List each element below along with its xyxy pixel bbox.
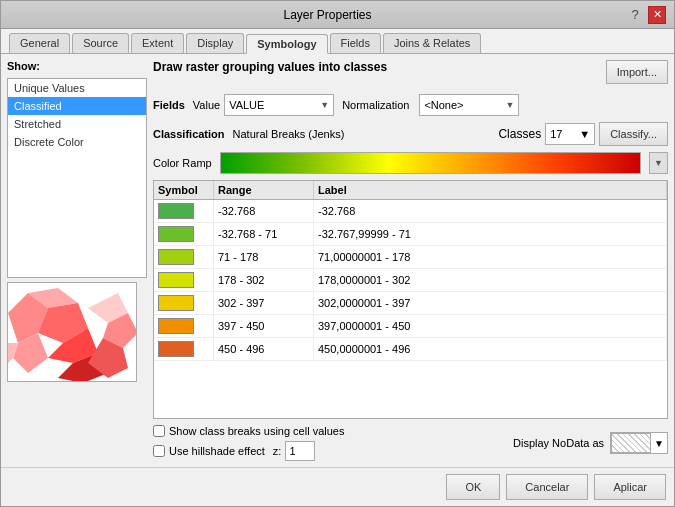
tab-joins-relates[interactable]: Joins & Relates xyxy=(383,33,481,53)
bottom-options: Show class breaks using cell values Use … xyxy=(153,425,668,461)
range-cell: 397 - 450 xyxy=(214,315,314,337)
tabs-row: General Source Extent Display Symbology … xyxy=(1,29,674,54)
norm-label: Normalization xyxy=(342,99,409,111)
show-list: Unique Values Classified Stretched Discr… xyxy=(7,78,147,278)
show-item-unique-values[interactable]: Unique Values xyxy=(8,79,146,97)
help-button[interactable]: ? xyxy=(626,6,644,24)
tab-extent[interactable]: Extent xyxy=(131,33,184,53)
label-cell: 302,0000001 - 397 xyxy=(314,292,667,314)
ok-button[interactable]: OK xyxy=(446,474,500,500)
value-combo[interactable]: VALUE ▼ xyxy=(224,94,334,116)
preview-image xyxy=(7,282,137,382)
tab-source[interactable]: Source xyxy=(72,33,129,53)
norm-combo[interactable]: <None> ▼ xyxy=(419,94,519,116)
color-swatch xyxy=(158,272,194,288)
nodata-combo[interactable]: ▼ xyxy=(610,432,668,454)
classes-label: Classes xyxy=(498,127,541,141)
norm-field-item: Normalization <None> ▼ xyxy=(342,94,519,116)
tab-symbology[interactable]: Symbology xyxy=(246,34,327,54)
color-swatch xyxy=(158,226,194,242)
hillshade-row: Use hillshade effect z: xyxy=(153,441,344,461)
classes-combo[interactable]: 17 ▼ xyxy=(545,123,595,145)
table-row[interactable]: 71 - 178 71,00000001 - 178 xyxy=(154,246,667,269)
color-swatch xyxy=(158,318,194,334)
show-breaks-checkbox[interactable] xyxy=(153,425,165,437)
z-row: z: xyxy=(273,441,316,461)
table-row[interactable]: 178 - 302 178,0000001 - 302 xyxy=(154,269,667,292)
close-button[interactable]: ✕ xyxy=(648,6,666,24)
symbol-cell xyxy=(154,338,214,360)
classification-method: Natural Breaks (Jenks) xyxy=(233,128,345,140)
classes-row: Classes 17 ▼ Classify... xyxy=(498,122,668,146)
hillshade-checkbox[interactable] xyxy=(153,445,165,457)
value-field-item: Value VALUE ▼ xyxy=(193,94,334,116)
tab-general[interactable]: General xyxy=(9,33,70,53)
table-row[interactable]: -32.768 - 71 -32.767,99999 - 71 xyxy=(154,223,667,246)
range-cell: -32.768 xyxy=(214,200,314,222)
range-cell: 302 - 397 xyxy=(214,292,314,314)
symbol-cell xyxy=(154,269,214,291)
tab-display[interactable]: Display xyxy=(186,33,244,53)
label-cell: 71,00000001 - 178 xyxy=(314,246,667,268)
color-ramp-label: Color Ramp xyxy=(153,157,212,169)
table-row[interactable]: -32.768 -32.768 xyxy=(154,200,667,223)
color-ramp-row: Color Ramp ▼ xyxy=(153,152,668,174)
hillshade-checkbox-item: Use hillshade effect xyxy=(153,445,265,457)
symbol-cell xyxy=(154,315,214,337)
tab-fields[interactable]: Fields xyxy=(330,33,381,53)
norm-combo-arrow: ▼ xyxy=(505,100,514,110)
color-ramp-dropdown[interactable]: ▼ xyxy=(649,152,668,174)
show-label: Show: xyxy=(7,60,147,72)
value-combo-arrow: ▼ xyxy=(320,100,329,110)
show-item-stretched[interactable]: Stretched xyxy=(8,115,146,133)
show-item-classified[interactable]: Classified xyxy=(8,97,146,115)
classes-value: 17 xyxy=(550,128,562,140)
show-breaks-checkbox-item: Show class breaks using cell values xyxy=(153,425,344,437)
table-header: Symbol Range Label xyxy=(154,181,667,200)
nodata-dropdown-arrow: ▼ xyxy=(651,438,667,449)
classify-button[interactable]: Classify... xyxy=(599,122,668,146)
range-cell: -32.768 - 71 xyxy=(214,223,314,245)
label-cell: 178,0000001 - 302 xyxy=(314,269,667,291)
table-row[interactable]: 397 - 450 397,0000001 - 450 xyxy=(154,315,667,338)
z-input[interactable] xyxy=(285,441,315,461)
show-breaks-label: Show class breaks using cell values xyxy=(169,425,344,437)
color-swatch xyxy=(158,341,194,357)
hillshade-label: Use hillshade effect xyxy=(169,445,265,457)
apply-button[interactable]: Aplicar xyxy=(594,474,666,500)
classification-row: Classification Natural Breaks (Jenks) Cl… xyxy=(153,122,668,146)
symbology-table: Symbol Range Label -32.768 -32.768 xyxy=(153,180,668,419)
fields-row: Fields Value VALUE ▼ Normalization <None… xyxy=(153,94,668,116)
z-label: z: xyxy=(273,445,282,457)
content-area: Show: Unique Values Classified Stretched… xyxy=(1,54,674,467)
header-label: Label xyxy=(314,181,667,199)
nodata-pattern xyxy=(611,433,651,453)
classification-label: Classification xyxy=(153,128,225,140)
value-label: Value xyxy=(193,99,220,111)
color-swatch xyxy=(158,249,194,265)
range-cell: 178 - 302 xyxy=(214,269,314,291)
range-cell: 450 - 496 xyxy=(214,338,314,360)
value-combo-text: VALUE xyxy=(229,99,264,111)
header-symbol: Symbol xyxy=(154,181,214,199)
cancel-button[interactable]: Cancelar xyxy=(506,474,588,500)
label-cell: 397,0000001 - 450 xyxy=(314,315,667,337)
import-button[interactable]: Import... xyxy=(606,60,668,84)
classes-arrow: ▼ xyxy=(579,128,590,140)
header-range: Range xyxy=(214,181,314,199)
title-bar: Layer Properties ? ✕ xyxy=(1,1,674,29)
nodata-label: Display NoData as xyxy=(513,437,604,449)
classification-block: Classification Natural Breaks (Jenks) Cl… xyxy=(153,122,668,146)
symbol-cell xyxy=(154,223,214,245)
table-row[interactable]: 302 - 397 302,0000001 - 397 xyxy=(154,292,667,315)
table-row[interactable]: 450 - 496 450,0000001 - 496 xyxy=(154,338,667,361)
label-cell: 450,0000001 - 496 xyxy=(314,338,667,360)
show-item-discrete-color[interactable]: Discrete Color xyxy=(8,133,146,151)
right-panel: Draw raster grouping values into classes… xyxy=(153,60,668,461)
color-ramp-bar[interactable] xyxy=(220,152,641,174)
fields-section: Fields Value VALUE ▼ Normalization <None… xyxy=(153,90,668,116)
nodata-row: Display NoData as ▼ xyxy=(513,432,668,454)
section-header: Draw raster grouping values into classes… xyxy=(153,60,668,84)
color-swatch xyxy=(158,203,194,219)
norm-combo-text: <None> xyxy=(424,99,463,111)
